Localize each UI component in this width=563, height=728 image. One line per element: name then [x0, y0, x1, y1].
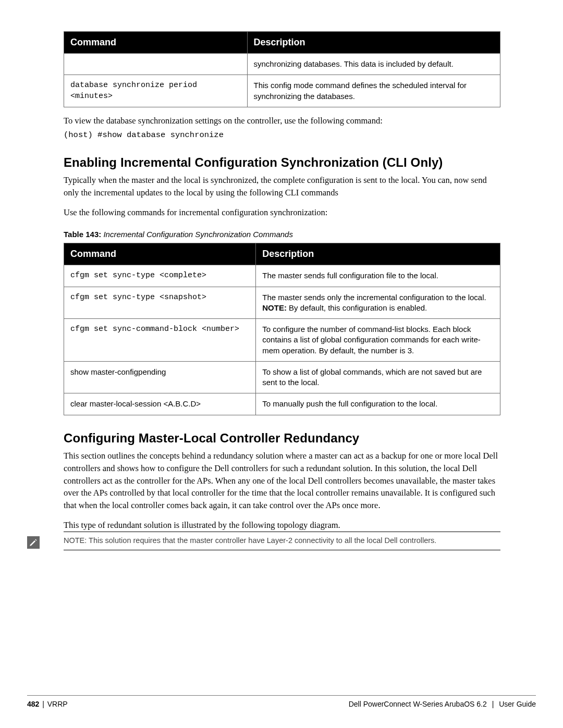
- cell-description: This config mode command defines the sch…: [247, 75, 500, 107]
- cell-command: database synchronize period <minutes>: [64, 75, 248, 107]
- table-header-row: Command Description: [64, 32, 500, 54]
- table-row: clear master-local-session <A.B.C.D> To …: [64, 393, 500, 415]
- table-row: database synchronize period <minutes> Th…: [64, 75, 500, 107]
- table-row: cfgm set sync-type <complete> The master…: [64, 265, 500, 287]
- cell-description: The master sends only the incremental co…: [256, 287, 500, 319]
- cell-command: cfgm set sync-command-block <number>: [64, 319, 256, 362]
- cell-command: cfgm set sync-type <complete>: [64, 265, 256, 287]
- col-header-command: Command: [64, 32, 248, 54]
- heading-incremental-sync: Enabling Incremental Configuration Synch…: [64, 155, 500, 170]
- page-footer: 482 | VRRP Dell PowerConnect W-Series Ar…: [27, 695, 536, 708]
- paragraph: Typically when the master and the local …: [64, 174, 500, 199]
- footer-separator: |: [39, 700, 47, 708]
- cell-command: [64, 54, 248, 75]
- cell-description: To manually push the full configuration …: [256, 393, 500, 415]
- cell-command: clear master-local-session <A.B.C.D>: [64, 393, 256, 415]
- paragraph: This section outlines the concepts behin…: [64, 450, 500, 512]
- note-label: NOTE:: [262, 303, 287, 312]
- footer-separator: |: [487, 700, 499, 708]
- paragraph: To view the database synchronization set…: [64, 115, 500, 127]
- cell-description: To configure the number of command-list …: [256, 319, 500, 362]
- table-header-row: Command Description: [64, 243, 500, 265]
- pencil-icon: [27, 536, 40, 549]
- footer-right: Dell PowerConnect W-Series ArubaOS 6.2 |…: [349, 700, 536, 708]
- col-header-description: Description: [256, 243, 500, 265]
- footer-left: 482 | VRRP: [27, 700, 68, 708]
- heading-master-local-redundancy: Configuring Master-Local Controller Redu…: [64, 431, 500, 446]
- cell-description: The master sends full configuration file…: [256, 265, 500, 287]
- cell-description: To show a list of global commands, which…: [256, 361, 500, 393]
- table-caption-title: Incremental Configuration Synchronizatio…: [101, 230, 293, 239]
- table-caption-label: Table 143:: [64, 230, 101, 239]
- table-row: show master-configpending To show a list…: [64, 361, 500, 393]
- table-caption: Table 143: Incremental Configuration Syn…: [64, 230, 500, 239]
- col-header-command: Command: [64, 243, 256, 265]
- footer-section: VRRP: [47, 700, 68, 708]
- cli-command: (host) #show database synchronize: [64, 130, 500, 140]
- col-header-description: Description: [247, 32, 500, 54]
- page-content: Command Description synchronizing databa…: [64, 31, 500, 550]
- footer-product: Dell PowerConnect W-Series ArubaOS 6.2: [349, 700, 487, 708]
- table-incremental-sync: Command Description cfgm set sync-type <…: [64, 243, 500, 415]
- paragraph: Use the following commands for increment…: [64, 206, 500, 219]
- table-database-sync: Command Description synchronizing databa…: [64, 31, 500, 107]
- table-row: cfgm set sync-command-block <number> To …: [64, 319, 500, 362]
- footer-doc: User Guide: [499, 700, 536, 708]
- desc-text: The master sends only the incremental co…: [262, 293, 486, 302]
- table-row: synchronizing databases. This data is in…: [64, 54, 500, 75]
- cell-command: cfgm set sync-type <snapshot>: [64, 287, 256, 319]
- note-text: By default, this configuration is enable…: [287, 303, 427, 312]
- cell-command: show master-configpending: [64, 361, 256, 393]
- note-box: NOTE: This solution requires that the ma…: [64, 532, 500, 550]
- note-text: NOTE: This solution requires that the ma…: [64, 536, 436, 545]
- cell-description: synchronizing databases. This data is in…: [247, 54, 500, 75]
- paragraph: This type of redundant solution is illus…: [64, 519, 500, 532]
- page-number: 482: [27, 700, 39, 708]
- table-row: cfgm set sync-type <snapshot> The master…: [64, 287, 500, 319]
